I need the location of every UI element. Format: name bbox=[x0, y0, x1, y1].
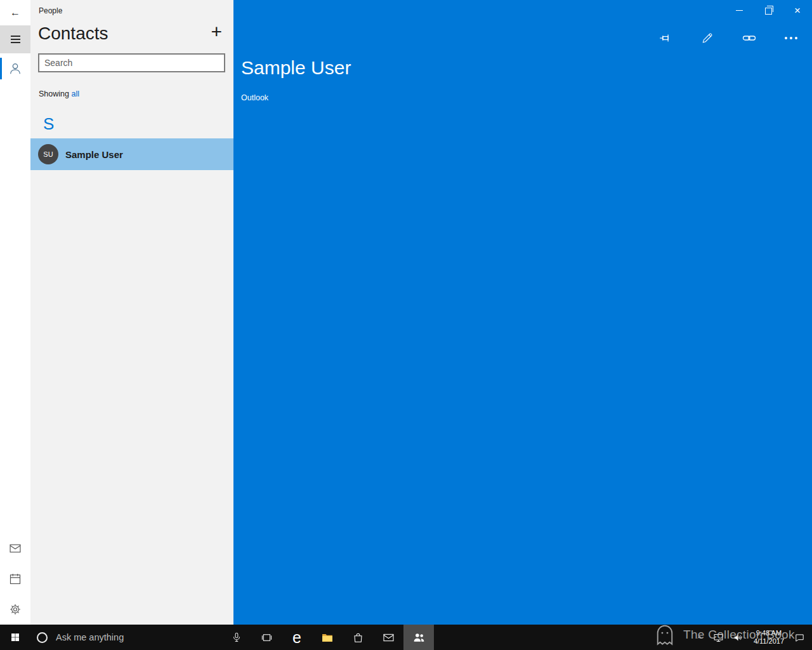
person-icon bbox=[8, 62, 22, 76]
minimize-icon bbox=[736, 10, 743, 11]
taskbar: Ask me anything e bbox=[0, 625, 812, 650]
restore-button[interactable] bbox=[754, 0, 783, 20]
menu-button[interactable] bbox=[0, 25, 30, 53]
calendar-icon bbox=[9, 573, 22, 585]
mail-icon bbox=[9, 542, 22, 555]
contact-account-source[interactable]: Outlook bbox=[241, 93, 268, 102]
link-icon bbox=[742, 30, 757, 46]
contact-detail-name: Sample User bbox=[241, 57, 351, 79]
contacts-heading: Contacts bbox=[38, 23, 108, 44]
mail-app-icon bbox=[383, 632, 395, 644]
hamburger-icon bbox=[11, 36, 20, 43]
settings-button[interactable] bbox=[0, 594, 30, 625]
people-icon bbox=[412, 631, 426, 644]
window-controls: × bbox=[724, 0, 812, 20]
contact-avatar: SU bbox=[38, 144, 58, 164]
close-button[interactable]: × bbox=[783, 0, 812, 20]
store-button[interactable] bbox=[343, 625, 373, 650]
link-contacts-button[interactable] bbox=[728, 28, 770, 48]
edge-icon: e bbox=[292, 630, 301, 646]
ellipsis-icon bbox=[785, 37, 797, 39]
back-button[interactable]: ← bbox=[0, 0, 30, 25]
add-contact-button[interactable]: + bbox=[211, 23, 222, 40]
pencil-icon bbox=[701, 32, 714, 44]
speaker-icon bbox=[733, 632, 743, 643]
cortana-search[interactable]: Ask me anything bbox=[30, 625, 246, 650]
taskbar-app-icons: e bbox=[251, 625, 434, 650]
edge-button[interactable]: e bbox=[282, 625, 312, 650]
minimize-button[interactable] bbox=[724, 0, 754, 20]
contact-list-item[interactable]: SU Sample User bbox=[30, 138, 233, 170]
volume-tray-button[interactable] bbox=[728, 625, 748, 650]
close-icon: × bbox=[794, 5, 801, 16]
tray-overflow-button[interactable] bbox=[691, 625, 709, 650]
pin-icon bbox=[658, 31, 672, 45]
network-icon bbox=[713, 632, 724, 643]
contact-detail-pane: × bbox=[233, 0, 812, 625]
microphone-button[interactable] bbox=[231, 632, 242, 643]
people-app-window: ← bbox=[0, 0, 812, 625]
contacts-nav-button[interactable] bbox=[0, 53, 30, 84]
taskbar-search-placeholder: Ask me anything bbox=[56, 632, 124, 642]
system-tray: 9:48 AM 4/11/2017 bbox=[691, 625, 812, 650]
microphone-icon bbox=[231, 632, 242, 643]
mail-app-button[interactable] bbox=[373, 625, 403, 650]
contact-name: Sample User bbox=[65, 149, 123, 160]
showing-label: Showing bbox=[39, 90, 69, 98]
store-bag-icon bbox=[352, 632, 364, 644]
search-box bbox=[38, 53, 225, 72]
people-app-button[interactable] bbox=[403, 625, 434, 650]
clock-time: 9:48 AM bbox=[754, 629, 784, 637]
search-input[interactable] bbox=[39, 55, 224, 71]
windows-logo-icon bbox=[10, 632, 20, 642]
start-button[interactable] bbox=[0, 625, 30, 650]
chevron-up-icon bbox=[695, 633, 704, 642]
task-view-button[interactable] bbox=[251, 625, 282, 650]
action-center-button[interactable] bbox=[790, 625, 809, 650]
contacts-panel: People Contacts + Showing all S SU Sampl… bbox=[30, 0, 233, 625]
contact-toolbar bbox=[645, 28, 812, 48]
contacts-header: Contacts + bbox=[38, 23, 222, 44]
edit-button[interactable] bbox=[686, 28, 728, 48]
pin-button[interactable] bbox=[645, 28, 686, 48]
gear-icon bbox=[9, 603, 22, 616]
folder-icon bbox=[321, 631, 334, 644]
more-button[interactable] bbox=[770, 28, 812, 48]
network-tray-button[interactable] bbox=[709, 625, 728, 650]
file-explorer-button[interactable] bbox=[312, 625, 343, 650]
mail-nav-button[interactable] bbox=[0, 533, 30, 564]
action-center-icon bbox=[794, 632, 805, 643]
task-view-icon bbox=[261, 632, 273, 644]
clock-date: 4/11/2017 bbox=[754, 637, 784, 646]
filter-status: Showing all bbox=[39, 90, 233, 98]
calendar-nav-button[interactable] bbox=[0, 564, 30, 594]
filter-all-link[interactable]: all bbox=[71, 90, 79, 98]
taskbar-clock[interactable]: 9:48 AM 4/11/2017 bbox=[748, 629, 790, 646]
nav-rail: ← bbox=[0, 0, 30, 625]
restore-icon bbox=[765, 8, 772, 15]
cortana-icon bbox=[37, 632, 48, 643]
app-title: People bbox=[30, 0, 233, 15]
nav-rail-bottom bbox=[0, 533, 30, 625]
section-letter[interactable]: S bbox=[43, 114, 233, 134]
back-icon: ← bbox=[10, 7, 20, 18]
